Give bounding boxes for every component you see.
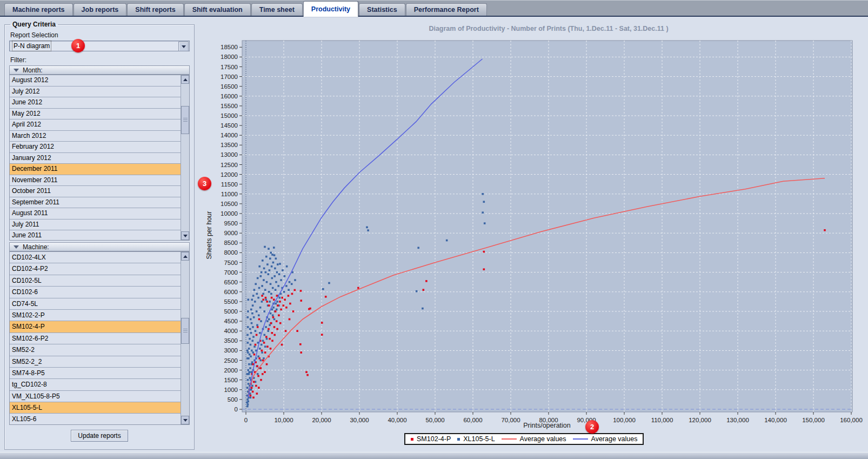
collapse-icon (14, 245, 19, 249)
query-criteria-groupbox: Query Criteria Report Selection P-N diag… (4, 21, 195, 450)
svg-text:50,000: 50,000 (425, 417, 444, 423)
machine-list-item[interactable]: SM52-2 (10, 344, 181, 356)
month-list-item[interactable]: September 2011 (10, 197, 181, 209)
svg-text:5000: 5000 (224, 308, 238, 315)
window-bottom-edge (0, 452, 868, 459)
machine-list-item[interactable]: SM74-8-P5 (10, 368, 181, 379)
svg-text:3500: 3500 (224, 337, 238, 344)
scrollbar-thumb[interactable] (181, 318, 189, 344)
scroll-up-icon[interactable] (181, 252, 189, 261)
month-list-item[interactable]: May 2012 (10, 109, 181, 120)
machine-list-item[interactable]: CD74-5L (10, 298, 181, 310)
machine-list-item[interactable]: XL105-5-L (10, 402, 181, 414)
legend-point-marker (457, 438, 460, 441)
svg-text:16500: 16500 (221, 83, 238, 90)
svg-text:70,000: 70,000 (501, 417, 520, 423)
svg-text:17500: 17500 (221, 64, 238, 70)
month-list-item[interactable]: January 2012 (10, 153, 181, 164)
machine-list-item[interactable]: SM102-6-P2 (10, 333, 181, 344)
svg-text:8500: 8500 (224, 240, 238, 246)
month-list-item[interactable]: June 2011 (10, 230, 181, 241)
svg-text:9500: 9500 (224, 220, 238, 227)
svg-text:15500: 15500 (221, 103, 238, 109)
svg-text:150,000: 150,000 (802, 417, 825, 423)
svg-text:140,000: 140,000 (764, 417, 787, 423)
month-list-item[interactable]: August 2012 (10, 75, 181, 87)
filter-label: Filter: (10, 56, 190, 64)
svg-text:2000: 2000 (224, 367, 238, 374)
machine-list-item[interactable]: CD102-4-P2 (10, 263, 181, 275)
month-list-item[interactable]: April 2012 (10, 119, 181, 131)
legend-label: Average values (591, 435, 638, 443)
update-reports-button[interactable]: Update reports (71, 430, 128, 442)
month-section-header[interactable]: Month: (9, 65, 190, 75)
legend-line-marker (573, 438, 588, 440)
machine-section-header[interactable]: Machine: (9, 242, 190, 251)
machine-list-item[interactable]: CD102-4LX (10, 252, 181, 263)
machine-list-item[interactable]: tg_CD102-8 (10, 379, 181, 390)
tab-shift-evaluation[interactable]: Shift evaluation (184, 3, 251, 16)
tab-job-reports[interactable]: Job reports (74, 3, 127, 16)
legend-label: SM102-4-P (417, 435, 451, 443)
svg-text:18500: 18500 (221, 44, 238, 50)
month-list-item[interactable]: October 2011 (10, 186, 181, 197)
month-list-item[interactable]: December 2011 (10, 164, 181, 175)
machine-list-item[interactable]: VM_XL105-8-P5 (10, 391, 181, 402)
month-header-label: Month: (23, 66, 43, 74)
tab-machine-reports[interactable]: Machine reports (4, 3, 73, 16)
month-scrollbar[interactable] (181, 75, 189, 240)
dropdown-arrow-icon[interactable] (178, 42, 189, 51)
chart-title: Diagram of Productivity - Number of Prin… (429, 25, 668, 32)
scroll-up-icon[interactable] (181, 75, 189, 84)
legend-line-marker (502, 438, 517, 440)
machine-list-item[interactable]: SM52-2_2 (10, 356, 181, 368)
svg-text:160,000: 160,000 (840, 417, 863, 423)
month-list-item[interactable]: July 2012 (10, 87, 181, 98)
machine-list-item[interactable]: SM102-4-P (10, 321, 181, 332)
month-list-item[interactable]: June 2012 (10, 97, 181, 109)
svg-text:0: 0 (235, 406, 238, 413)
month-list-item[interactable]: February 2012 (10, 142, 181, 153)
tab-time-sheet[interactable]: Time sheet (251, 3, 303, 16)
svg-text:7500: 7500 (224, 260, 238, 266)
svg-text:12500: 12500 (221, 162, 238, 168)
legend-label: XL105-5-L (463, 435, 495, 443)
legend-point-marker (411, 438, 413, 441)
month-list-item[interactable]: July 2011 (10, 219, 181, 231)
scrollbar-thumb[interactable] (181, 106, 189, 134)
machine-list-item[interactable]: XL105-6 (10, 414, 181, 425)
svg-text:0: 0 (244, 417, 248, 423)
svg-text:10000: 10000 (221, 210, 238, 217)
scroll-down-icon[interactable] (181, 416, 189, 424)
y-axis: 0500100015002000250030003500400045005000… (221, 44, 242, 413)
svg-text:6500: 6500 (224, 279, 238, 285)
tab-shift-reports[interactable]: Shift reports (127, 3, 183, 16)
svg-text:16000: 16000 (221, 93, 238, 99)
annotation-badge-2: 2 (585, 420, 599, 434)
machine-scrollbar[interactable] (181, 252, 189, 424)
svg-text:120,000: 120,000 (689, 417, 711, 423)
scroll-down-icon[interactable] (181, 231, 189, 240)
svg-text:40,000: 40,000 (388, 417, 406, 423)
annotation-badge-1: 1 (71, 39, 85, 52)
month-list: August 2012July 2012June 2012May 2012Apr… (9, 75, 190, 241)
month-list-item[interactable]: November 2011 (10, 175, 181, 187)
svg-text:10500: 10500 (221, 201, 238, 207)
machine-list-item[interactable]: CD102-5L (10, 275, 181, 287)
month-list-item[interactable]: August 2011 (10, 208, 181, 219)
svg-text:11000: 11000 (221, 191, 238, 197)
legend-label: Average values (520, 435, 566, 443)
report-selection-dropdown[interactable]: P-N diagram (9, 41, 190, 51)
tab-productivity[interactable]: Productivity (303, 1, 358, 17)
svg-text:14500: 14500 (221, 122, 238, 129)
tab-performance-report[interactable]: Performance Report (406, 3, 487, 16)
svg-text:3000: 3000 (224, 347, 238, 354)
svg-text:4000: 4000 (224, 328, 238, 334)
machine-list-item[interactable]: SM102-2-P (10, 310, 181, 321)
legend-item: Average values (573, 435, 638, 443)
groupbox-title: Query Criteria (10, 21, 58, 28)
machine-list-item[interactable]: CD102-6 (10, 287, 181, 298)
month-list-item[interactable]: March 2012 (10, 131, 181, 142)
tab-statistics[interactable]: Statistics (359, 3, 405, 16)
legend-item: XL105-5-L (457, 435, 495, 443)
